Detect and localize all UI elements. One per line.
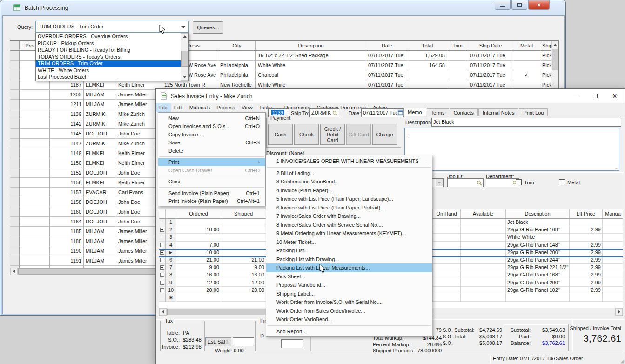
grid-cell-available[interactable]: [461, 226, 506, 234]
menu-view[interactable]: View: [238, 103, 256, 112]
batch-cell-desc[interactable]: 16 1/2' x 22 1/2' Shed Package: [256, 51, 366, 61]
batch-cell-code[interactable]: MILJAM: [84, 90, 116, 100]
grid-cell-shipped[interactable]: [221, 234, 266, 241]
batch-cell-num[interactable]: 1145: [50, 129, 84, 139]
resize-grip[interactable]: ◢: [620, 358, 624, 364]
grid-cell-gutter[interactable]: [159, 249, 166, 256]
grid-cell-ordered[interactable]: 7.00: [176, 242, 221, 249]
grid-cell-description[interactable]: 29ga G-Rib Panel 200": [506, 279, 570, 287]
batch-cell-date[interactable]: 07/11/2017 Tue: [366, 70, 408, 80]
batch-cell-ship[interactable]: Pickup: [540, 51, 552, 61]
batch-cell-num[interactable]: 1188: [50, 236, 84, 246]
print-submenu-item[interactable]: 4 Invoice (Plain Paper)...: [266, 186, 432, 195]
batch-cell-code[interactable]: MILJAM: [84, 236, 116, 246]
batch-cell-ship[interactable]: Pickup: [540, 70, 552, 80]
print-submenu-item[interactable]: 1 INVOICE/SALES ORDER WITH LINEAR MEASUR…: [266, 157, 432, 166]
grid-cell-manual[interactable]: [603, 226, 623, 234]
grid-cell-on_hand[interactable]: [433, 249, 461, 256]
file-menu-item[interactable]: Send Invoice (Plain Paper)Ctrl+1: [158, 189, 265, 197]
batch-column-header[interactable]: Description: [256, 41, 366, 51]
batch-cell-gutter[interactable]: [10, 51, 20, 61]
grid-cell-gutter[interactable]: [159, 271, 166, 279]
grid-cell-description[interactable]: White White: [506, 234, 570, 241]
grid-cell-manual[interactable]: [603, 249, 623, 256]
batch-cell-process[interactable]: [20, 90, 50, 100]
maximize-button[interactable]: [585, 89, 605, 103]
grid-cell-available[interactable]: [461, 256, 506, 264]
batch-cell-code[interactable]: ELMKEI: [84, 80, 116, 90]
close-icon[interactable]: ✕: [528, 0, 550, 10]
batch-cell-process[interactable]: [20, 129, 50, 139]
batch-cell-process[interactable]: [20, 109, 50, 119]
financing-field[interactable]: [281, 339, 303, 348]
grid-cell-description[interactable]: 29ga G-Rib Panel 102": [506, 287, 570, 294]
grid-cell-num[interactable]: 1: [166, 219, 176, 226]
batch-cell-code[interactable]: ZURMIK: [84, 139, 116, 148]
grid-cell-shipped[interactable]: 16.00: [221, 271, 266, 279]
grid-cell-shipped[interactable]: [221, 294, 266, 302]
memo-description-input[interactable]: Jet Black: [431, 118, 621, 127]
grid-cell-num[interactable]: ▶: [166, 249, 176, 256]
memo-textarea[interactable]: ⌄: [404, 128, 619, 171]
print-submenu-item[interactable]: Work Order from Invoice/S.O. with Serial…: [266, 298, 432, 307]
grid-cell-available[interactable]: [461, 219, 506, 226]
menu-edit[interactable]: Edit: [171, 103, 186, 112]
batch-cell-trim[interactable]: [447, 51, 468, 61]
query-dropdown-item[interactable]: TRIM ORDERS - Trim Order: [36, 60, 181, 67]
batch-cell-process[interactable]: [20, 80, 50, 90]
batch-cell-process[interactable]: [20, 148, 50, 158]
grid-cell-shipped[interactable]: [221, 226, 266, 234]
invoice-titlebar[interactable]: Sales Invoice Entry - Mike Zurich ✕: [156, 89, 625, 103]
batch-cell-gutter[interactable]: [10, 168, 20, 178]
print-submenu-item[interactable]: 9 Metal Ordering with Linear Measurement…: [266, 229, 432, 238]
payment-button-charge[interactable]: Charge: [372, 124, 397, 145]
batch-cell-code[interactable]: EVACAR: [84, 188, 116, 197]
grid-cell-manual[interactable]: [603, 287, 623, 294]
grid-cell-gutter[interactable]: [159, 287, 166, 294]
payment-button-check[interactable]: Check: [294, 124, 319, 145]
batch-cell-num[interactable]: 1142: [50, 119, 84, 129]
grid-cell-shipped[interactable]: 20.00: [221, 287, 266, 294]
batch-cell-trim[interactable]: [447, 61, 468, 70]
batch-cell-gutter[interactable]: [10, 246, 20, 256]
batch-cell-gutter[interactable]: [10, 139, 20, 148]
print-submenu-item[interactable]: Add Report...: [266, 327, 432, 336]
batch-cell-code[interactable]: DOEJOH: [84, 129, 116, 139]
batch-column-header[interactable]: City: [218, 41, 256, 51]
grid-cell-available[interactable]: [461, 287, 506, 294]
batch-cell-num[interactable]: 1191: [50, 256, 84, 266]
grid-cell-num[interactable]: 10: [166, 287, 176, 294]
query-dropdown-item[interactable]: WHITE - White Orders: [36, 67, 181, 74]
file-menu-item[interactable]: Print›: [158, 158, 265, 167]
batch-cell-code[interactable]: ELMKEI: [84, 158, 116, 168]
batch-cell-num[interactable]: 1160: [50, 207, 84, 217]
grid-cell-description[interactable]: 29ga G-Rib Panel 168": [506, 226, 570, 234]
batch-cell-gutter[interactable]: [10, 256, 20, 266]
batch-cell-ship_date[interactable]: 07/11/2017 Tue: [468, 70, 513, 80]
grid-cell-manual[interactable]: [603, 219, 623, 226]
batch-column-header[interactable]: Total: [408, 41, 447, 51]
batch-cell-process[interactable]: [20, 139, 50, 148]
batch-cell-num[interactable]: 1190: [50, 246, 84, 256]
grid-cell-lft_price[interactable]: [570, 234, 603, 241]
grid-cell-available[interactable]: [461, 264, 506, 271]
batch-cell-gutter[interactable]: [10, 148, 20, 158]
grid-cell-ordered[interactable]: 10.00: [176, 226, 221, 234]
grid-cell-manual[interactable]: [603, 264, 623, 271]
grid-cell-gutter[interactable]: [159, 264, 166, 271]
query-dropdown-item[interactable]: TODAYS ORDERS - Today's Orders: [36, 54, 181, 61]
date-field[interactable]: 07/11/2017 Tue: [361, 108, 404, 117]
tab-internal-notes[interactable]: Internal Notes: [478, 108, 518, 116]
menu-process[interactable]: Process: [213, 103, 238, 112]
grid-cell-lft_price[interactable]: 2.99: [570, 242, 603, 249]
print-submenu-item[interactable]: Packing List with Drawing...: [266, 255, 432, 264]
batch-cell-gutter[interactable]: [10, 80, 20, 90]
print-submenu-item[interactable]: 6 Invoice with List Price (Plain Paper, …: [266, 203, 432, 212]
batch-cell-code[interactable]: MILJAM: [84, 256, 116, 266]
expand-icon[interactable]: [160, 228, 164, 232]
expand-icon[interactable]: [160, 258, 164, 262]
trim-checkbox[interactable]: [516, 179, 522, 185]
print-submenu-item[interactable]: 7 Invoice/Sales Order with Drawing...: [266, 212, 432, 221]
department-field[interactable]: [486, 178, 519, 187]
batch-cell-num[interactable]: 1139: [50, 109, 84, 119]
